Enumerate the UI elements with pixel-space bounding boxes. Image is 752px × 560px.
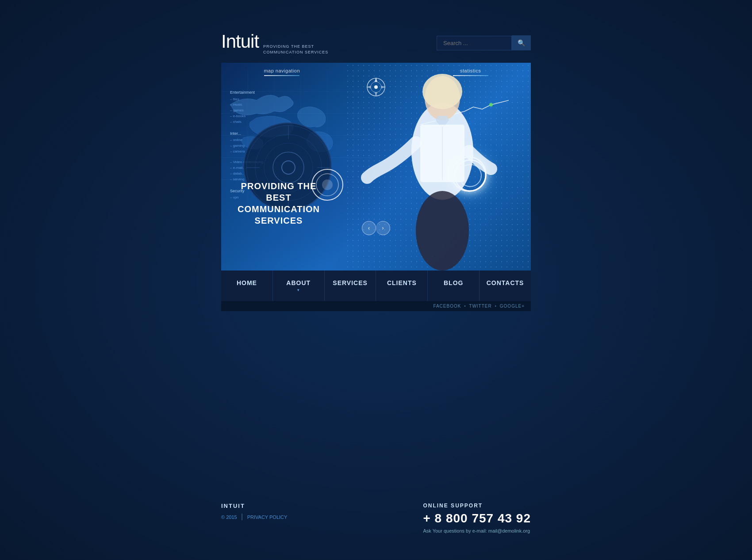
main-wrapper: Intuit PROVIDING THE BEST COMMUNICATION … xyxy=(221,0,531,311)
hero-headline: PROVIDING THE BEST COMMUNICATION SERVICE… xyxy=(234,180,323,226)
nav-item-contacts[interactable]: CONTACTS xyxy=(480,270,531,301)
footer-year: © 2015 xyxy=(221,514,237,520)
page-background: Intuit PROVIDING THE BEST COMMUNICATION … xyxy=(0,0,752,560)
hero-nav-line2 xyxy=(453,75,488,76)
footer-right: ONLINE SUPPORT + 8 800 757 43 92 Ask You… xyxy=(423,503,531,533)
svg-point-21 xyxy=(273,152,304,183)
footer-email-address[interactable]: mail@demolink.org xyxy=(488,528,530,533)
nav-item-blog[interactable]: BLOG xyxy=(428,270,480,301)
nav-item-about[interactable]: ABOUT ▼ xyxy=(273,270,325,301)
footer-phone: + 8 800 757 43 92 xyxy=(423,511,531,526)
twitter-link[interactable]: TWITTER xyxy=(469,304,491,309)
logo-tagline: PROVIDING THE BEST COMMUNICATION SERVICE… xyxy=(263,44,328,55)
logo-area: Intuit PROVIDING THE BEST COMMUNICATION … xyxy=(221,31,328,55)
social-dot-2: • xyxy=(495,304,497,309)
hero-top-bar: map navigation statistics xyxy=(221,68,531,76)
footer-sep: | xyxy=(241,513,243,520)
hero-nav-line xyxy=(264,75,299,76)
nav-bar: HOME ABOUT ▼ SERVICES CLIENTS BLOG CONTA… xyxy=(221,270,531,301)
carousel-next-button[interactable]: › xyxy=(376,221,390,235)
svg-point-22 xyxy=(282,161,295,174)
about-dropdown-arrow: ▼ xyxy=(296,288,300,292)
footer-email: Ask Your questions by e-mail: mail@demol… xyxy=(423,528,531,533)
footer-copyright-line: © 2015 | PRIVACY POLICY xyxy=(221,513,287,521)
hero-nav-map: map navigation xyxy=(264,68,300,76)
logo-text: Intuit xyxy=(221,31,259,52)
facebook-link[interactable]: FACEBOOK xyxy=(433,304,461,309)
left-panel-entertainment: Entertainment – files – music – games – … xyxy=(230,89,263,125)
search-button[interactable]: 🔍 xyxy=(512,35,531,50)
footer-left: INTUIT © 2015 | PRIVACY POLICY xyxy=(221,503,287,521)
svg-point-29 xyxy=(322,179,333,190)
svg-point-13 xyxy=(374,85,378,89)
nav-item-home[interactable]: HOME xyxy=(221,270,273,301)
social-dot-1: • xyxy=(464,304,466,309)
site-header: Intuit PROVIDING THE BEST COMMUNICATION … xyxy=(221,31,531,55)
svg-point-36 xyxy=(416,191,469,270)
footer-inner: INTUIT © 2015 | PRIVACY POLICY ONLINE SU… xyxy=(221,503,531,533)
nav-item-services[interactable]: SERVICES xyxy=(325,270,376,301)
nav-item-clients[interactable]: CLIENTS xyxy=(376,270,428,301)
hero-content: PROVIDING THE BEST COMMUNICATION SERVICE… xyxy=(234,180,323,226)
carousel-nav: ‹ › xyxy=(362,221,390,235)
footer-support-label: ONLINE SUPPORT xyxy=(423,503,531,509)
carousel-prev-button[interactable]: ‹ xyxy=(362,221,376,235)
footer-brand: INTUIT xyxy=(221,503,287,509)
compass-icon xyxy=(363,74,389,102)
site-footer: INTUIT © 2015 | PRIVACY POLICY ONLINE SU… xyxy=(0,480,752,560)
search-icon: 🔍 xyxy=(518,39,525,46)
hero-nav-statistics: statistics xyxy=(453,68,488,76)
social-bar: FACEBOOK • TWITTER • GOOGLE+ xyxy=(221,301,531,311)
privacy-policy-link[interactable]: PRIVACY POLICY xyxy=(247,514,288,520)
search-area: 🔍 xyxy=(437,35,531,50)
googleplus-link[interactable]: GOOGLE+ xyxy=(500,304,525,309)
svg-point-34 xyxy=(422,74,462,109)
search-input[interactable] xyxy=(437,36,512,50)
hero-container: map navigation statistics Entertainment … xyxy=(221,63,531,270)
